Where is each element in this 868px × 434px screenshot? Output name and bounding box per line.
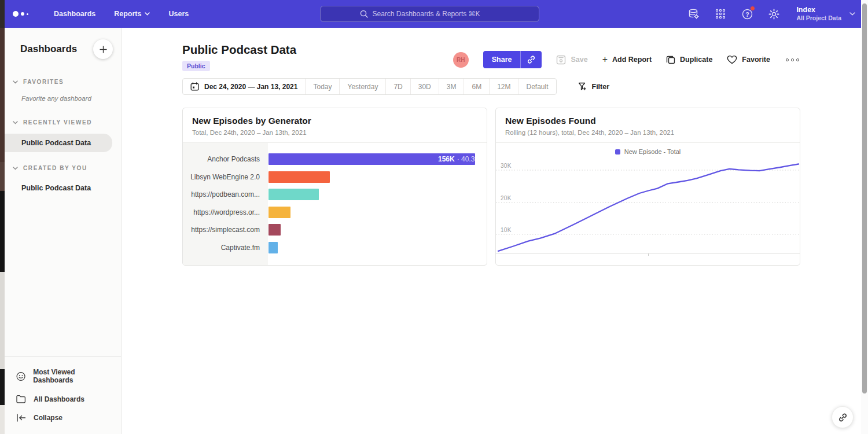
preset-7d[interactable]: 7D <box>385 79 410 94</box>
legend-swatch <box>615 149 620 155</box>
strip-segment <box>0 162 5 191</box>
date-range-segmented-control: Dec 24, 2020 — Jan 13, 2021 Today Yester… <box>182 78 557 95</box>
nav-item-users[interactable]: Users <box>159 0 198 28</box>
preset-today[interactable]: Today <box>305 79 339 94</box>
bar-category-label: Captivate.fm <box>183 244 268 252</box>
sidebar-section-recently-viewed[interactable]: RECENTLY VIEWED <box>5 113 121 131</box>
date-range-button[interactable]: Dec 24, 2020 — Jan 13, 2021 <box>183 79 305 94</box>
strip-segment <box>0 405 5 434</box>
data-sources-button[interactable] <box>687 8 700 20</box>
bar[interactable] <box>269 189 319 200</box>
y-axis-tick: 30K <box>501 163 512 169</box>
preset-default[interactable]: Default <box>518 79 556 94</box>
new-dashboard-button[interactable] <box>93 39 113 59</box>
preset-30d[interactable]: 30D <box>410 79 439 94</box>
add-report-button[interactable]: + Add Report <box>602 55 652 64</box>
apps-menu-button[interactable] <box>714 8 727 20</box>
bar-value-number: 156K <box>438 155 455 163</box>
avatar[interactable]: RH <box>453 52 469 68</box>
bar-row[interactable]: https://wordpress.or... 16.6K· 4.3% <box>183 204 487 222</box>
all-dashboards-button[interactable]: All Dashboards <box>5 389 121 409</box>
report-card-new-episodes-by-generator[interactable]: New Episodes by Generator Total, Dec 24t… <box>182 108 487 266</box>
filter-button[interactable]: Filter <box>578 82 610 91</box>
share-button[interactable]: Share <box>483 51 521 68</box>
bar-row[interactable]: https://podbean.com... 37.9K· 9.8% <box>183 186 487 204</box>
settings-button[interactable] <box>767 8 780 20</box>
bar-track: 9.17K· 2.4% <box>268 224 487 236</box>
sidebar-item-public-podcast-data-created[interactable]: Public Podcast Data <box>5 177 121 206</box>
preset-yesterday[interactable]: Yesterday <box>339 79 385 94</box>
scrollbar[interactable] <box>861 0 868 434</box>
more-options-button[interactable] <box>785 56 800 64</box>
share-button-group: Share <box>483 51 542 68</box>
collapse-sidebar-button[interactable]: Collapse <box>5 409 121 427</box>
help-button[interactable]: ? <box>741 8 753 20</box>
scrollbar-thumb[interactable] <box>862 3 867 393</box>
preset-3m[interactable]: 3M <box>439 79 464 94</box>
grid-apps-icon <box>715 8 726 20</box>
bar[interactable] <box>269 224 281 236</box>
strip-segment <box>0 28 5 162</box>
chevron-down-icon <box>145 12 150 16</box>
bar-chart: Anchor Podcasts 156K· 40.3% Libsyn WebEn… <box>183 143 487 266</box>
bar-category-label: Libsyn WebEngine 2.0 <box>183 173 268 181</box>
sidebar-section-favorites[interactable]: FAVORITES <box>5 73 121 91</box>
public-badge: Public <box>182 61 210 71</box>
chevron-down-icon <box>849 12 855 16</box>
nav-right-cluster: ? <box>687 0 855 28</box>
y-axis-tick: 20K <box>501 195 512 201</box>
line-chart: New Episode - Total 30K 20K 10K DEC 24 J… <box>496 143 800 266</box>
save-button[interactable]: Save <box>556 55 587 65</box>
amplitude-logo-icon[interactable] <box>13 0 28 28</box>
save-label: Save <box>571 56 587 64</box>
bar-row[interactable]: Captivate.fm 6.87K· 1.8% <box>183 239 487 257</box>
nav-item-dashboards[interactable]: Dashboards <box>45 0 105 28</box>
collapse-icon <box>16 414 26 422</box>
bar-category-label: https://wordpress.or... <box>183 208 268 216</box>
footer-item-label: Most Viewed Dashboards <box>33 368 113 384</box>
main-content: Public Podcast Data Public RH Share <box>122 28 861 434</box>
project-labels: Index All Project Data <box>796 6 841 22</box>
bar-category-label: https://podbean.com... <box>183 190 268 198</box>
background-window-strip <box>0 0 5 434</box>
strip-segment <box>0 0 5 28</box>
app-window: Dashboards Reports Users <box>5 0 861 434</box>
strip-segment <box>0 369 5 405</box>
most-viewed-dashboards-button[interactable]: Most Viewed Dashboards <box>5 363 121 389</box>
project-switcher[interactable]: Index All Project Data <box>796 6 855 22</box>
search-input[interactable] <box>373 10 500 18</box>
copy-link-button[interactable] <box>521 51 542 68</box>
project-name: Index <box>796 6 841 14</box>
share-link-fab[interactable] <box>832 406 854 428</box>
nav-item-label: Dashboards <box>54 10 95 18</box>
preset-12m[interactable]: 12M <box>489 79 518 94</box>
global-search[interactable] <box>320 6 539 22</box>
dashboard-actions: RH Share <box>453 51 800 68</box>
sidebar-item-public-podcast-data[interactable]: Public Podcast Data <box>5 134 112 152</box>
notification-badge <box>750 6 755 11</box>
project-scope: All Project Data <box>796 14 841 22</box>
favorite-button[interactable]: Favorite <box>727 55 770 64</box>
bar[interactable] <box>269 171 330 183</box>
nav-item-reports[interactable]: Reports <box>105 0 159 28</box>
bar[interactable] <box>269 207 290 218</box>
sidebar-section-created-by-you[interactable]: CREATED BY YOU <box>5 159 121 177</box>
bar[interactable] <box>269 242 278 253</box>
preset-6m[interactable]: 6M <box>464 79 489 94</box>
duplicate-icon <box>666 55 675 64</box>
bar-track: 16.6K· 4.3% <box>268 207 487 218</box>
section-label: FAVORITES <box>23 79 64 85</box>
report-card-new-episodes-found[interactable]: New Episodes Found Rolling (12 hours), t… <box>495 108 800 266</box>
plus-icon: + <box>602 55 608 64</box>
database-icon <box>687 8 700 20</box>
card-title: New Episodes by Generator <box>192 116 477 126</box>
bar-row[interactable]: Anchor Podcasts 156K· 40.3% <box>183 150 487 168</box>
bar-row[interactable]: https://simplecast.com 9.17K· 2.4% <box>183 221 487 239</box>
add-report-label: Add Report <box>612 56 652 64</box>
duplicate-label: Duplicate <box>680 56 712 64</box>
card-subtitle: Rolling (12 hours), total, Dec 24th, 202… <box>505 129 790 136</box>
bar-row[interactable]: Libsyn WebEngine 2.0 46.3K· 11.9% <box>183 168 487 186</box>
duplicate-button[interactable]: Duplicate <box>666 55 712 64</box>
plus-icon <box>100 46 107 53</box>
sidebar-header: Dashboards <box>5 28 121 73</box>
